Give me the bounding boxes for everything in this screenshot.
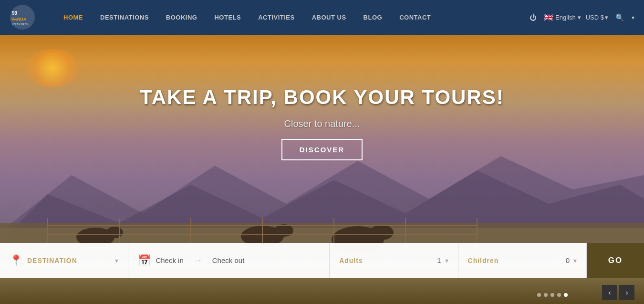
- destination-label: DESTINATION: [27, 257, 110, 264]
- navbar: 99 PANDA RESORTS HOME DESTINATIONS BOOKI…: [0, 0, 644, 35]
- destination-chevron-icon: ▾: [115, 257, 118, 264]
- dot-1[interactable]: [537, 293, 541, 297]
- slider-controls: ‹ ›: [602, 285, 634, 300]
- dates-field[interactable]: 📅 Check in → Check out: [128, 243, 330, 278]
- arrow-right-icon: →: [193, 255, 203, 266]
- nav-activities[interactable]: ACTIVITIES: [249, 0, 303, 35]
- nav-destinations[interactable]: DESTINATIONS: [92, 0, 157, 35]
- nav-menu: HOME DESTINATIONS BOOKING HOTELS ACTIVIT…: [55, 0, 527, 35]
- svg-text:99: 99: [12, 10, 18, 16]
- flag-icon: 🇬🇧: [544, 13, 553, 22]
- hero-content: TAKE A TRIP, BOOK YOUR TOURS! Closer to …: [0, 35, 644, 211]
- adults-label: Adults: [339, 257, 433, 264]
- svg-point-19: [370, 225, 394, 240]
- dot-4[interactable]: [557, 293, 561, 297]
- power-icon[interactable]: ⏻: [527, 11, 539, 24]
- hero-section: TAKE A TRIP, BOOK YOUR TOURS! Closer to …: [0, 35, 644, 304]
- checkout-label: Check out: [212, 256, 245, 264]
- hero-title: TAKE A TRIP, BOOK YOUR TOURS!: [140, 86, 504, 109]
- children-field[interactable]: Children 0 ▾: [458, 243, 587, 278]
- discover-button[interactable]: DISCOVER: [281, 139, 363, 160]
- adults-value: 1: [437, 256, 441, 264]
- logo[interactable]: 99 PANDA RESORTS: [10, 4, 36, 31]
- nav-hotels[interactable]: HOTELS: [206, 0, 249, 35]
- svg-point-11: [106, 227, 123, 238]
- svg-text:RESORTS: RESORTS: [12, 22, 29, 26]
- currency-label: USD $: [586, 14, 604, 21]
- nav-about[interactable]: ABOUT US: [303, 0, 355, 35]
- lang-chevron-icon: ▾: [578, 14, 581, 21]
- nav-home[interactable]: HOME: [55, 0, 92, 35]
- search-bar: 📍 DESTINATION ▾ 📅 Check in → Check out A…: [0, 243, 644, 278]
- adults-chevron-icon: ▾: [445, 257, 448, 264]
- next-slide-button[interactable]: ›: [619, 285, 634, 300]
- currency-selector[interactable]: USD $ ▾: [586, 14, 608, 21]
- prev-slide-button[interactable]: ‹: [602, 285, 617, 300]
- navbar-right: ⏻ 🇬🇧 English ▾ USD $ ▾ 🔍 ▾: [527, 11, 634, 24]
- checkin-label: Check in: [156, 256, 183, 264]
- calendar-icon: 📅: [138, 254, 151, 267]
- search-chevron-icon: ▾: [632, 14, 634, 21]
- language-label: English: [555, 14, 576, 21]
- language-selector[interactable]: 🇬🇧 English ▾: [544, 13, 581, 22]
- nav-blog[interactable]: BLOG: [355, 0, 391, 35]
- dot-5[interactable]: [564, 293, 568, 297]
- search-icon[interactable]: 🔍: [613, 11, 627, 24]
- nav-booking[interactable]: BOOKING: [157, 0, 206, 35]
- children-chevron-icon: ▾: [573, 257, 577, 264]
- slider-dots: [537, 293, 568, 297]
- nav-contact[interactable]: CONTACT: [391, 0, 439, 35]
- svg-text:PANDA: PANDA: [11, 17, 27, 21]
- dot-2[interactable]: [544, 293, 548, 297]
- currency-chevron-icon: ▾: [605, 14, 608, 21]
- adults-field[interactable]: Adults 1 ▾: [330, 243, 458, 278]
- dot-3[interactable]: [551, 293, 554, 297]
- children-value: 0: [566, 256, 570, 264]
- search-go-button[interactable]: GO: [587, 243, 644, 278]
- hero-subtitle: Closer to nature...: [284, 118, 360, 129]
- children-label: Children: [468, 257, 562, 264]
- location-icon: 📍: [10, 254, 22, 267]
- destination-field[interactable]: 📍 DESTINATION ▾: [0, 243, 128, 278]
